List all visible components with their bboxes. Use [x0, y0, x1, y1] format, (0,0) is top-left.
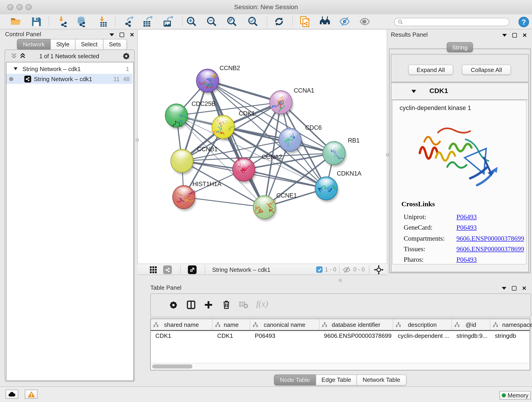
import-network-from-database-button[interactable]: [76, 16, 87, 27]
column-label: namespace: [502, 321, 532, 328]
home-network-button[interactable]: [319, 16, 330, 27]
crosslink-value[interactable]: P06493: [456, 256, 477, 264]
scrollbar-thumb[interactable]: [152, 364, 192, 369]
column-header[interactable]: namespace: [490, 319, 532, 330]
table-cell[interactable]: stringdb: [490, 331, 532, 341]
network-node-CDKN1A[interactable]: [315, 177, 337, 200]
delete-column-icon[interactable]: [222, 300, 231, 309]
column-header[interactable]: database identifier: [319, 319, 393, 330]
collapse-all-button[interactable]: Collapse All: [462, 65, 511, 75]
delete-table-icon[interactable]: [239, 301, 248, 308]
table-cell[interactable]: P06493: [250, 331, 319, 341]
panel-close-icon[interactable]: ✕: [130, 32, 134, 37]
column-header[interactable]: canonical name: [250, 319, 319, 330]
zoom-in-button[interactable]: [186, 16, 197, 27]
hide-unhide-button[interactable]: [339, 16, 350, 27]
panel-float-icon[interactable]: [120, 32, 124, 37]
tab-sets[interactable]: Sets: [103, 39, 127, 50]
zoom-selected-button[interactable]: [247, 16, 259, 27]
panel-close-icon[interactable]: ✕: [522, 286, 526, 291]
column-header[interactable]: @id: [452, 319, 490, 330]
network-node-CDC6[interactable]: [279, 128, 301, 152]
column-header[interactable]: name: [213, 319, 250, 330]
help-button[interactable]: ?: [518, 17, 528, 26]
network-collection-row[interactable]: String Network – cdk1 1: [6, 64, 133, 74]
network-node-CCNA2[interactable]: [233, 157, 255, 181]
warning-button[interactable]: [25, 390, 38, 399]
panel-close-icon[interactable]: ✕: [522, 33, 527, 38]
tab-node-table[interactable]: Node Table: [274, 375, 316, 385]
save-session-button[interactable]: [31, 16, 42, 27]
selected-nodes-checkbox[interactable]: [316, 266, 323, 273]
tab-style[interactable]: Style: [50, 39, 75, 50]
grid-view-icon[interactable]: [150, 266, 157, 273]
search-input[interactable]: [394, 18, 510, 26]
panel-float-icon[interactable]: [512, 33, 517, 38]
crosslink-value[interactable]: P06493: [456, 224, 477, 231]
network-collection-label: String Network – cdk1: [22, 65, 81, 72]
fit-selected-icon[interactable]: [374, 265, 384, 274]
table-cell[interactable]: stringdb:9...: [452, 331, 490, 341]
panel-menu-icon[interactable]: [502, 287, 506, 290]
table-row[interactable]: CDK1CDK1P064939606.ENSP00000378699cyclin…: [151, 331, 530, 341]
export-table-button[interactable]: [142, 16, 153, 27]
network-edge[interactable]: [208, 81, 264, 207]
network-canvas[interactable]: CCNB2CCNA1CDC25BCDK1CDC6RB1CCNB1CCNA2CDK…: [138, 30, 387, 264]
network-node-CDC25B[interactable]: [165, 104, 188, 128]
export-network-button[interactable]: [124, 16, 135, 27]
tree-expander-icon[interactable]: [14, 67, 17, 70]
table-cell[interactable]: CDK1: [213, 331, 250, 341]
add-column-icon[interactable]: [204, 300, 213, 309]
horizontal-scrollbar[interactable]: [151, 363, 529, 370]
tab-edge-table[interactable]: Edge Table: [316, 375, 357, 385]
zoom-out-button[interactable]: [206, 16, 217, 27]
network-node-CCNE1[interactable]: [253, 196, 276, 219]
birds-eye-view-icon[interactable]: [188, 265, 196, 274]
table-cell[interactable]: 9606.ENSP00000378699: [319, 331, 393, 341]
section-expander-icon[interactable]: [412, 90, 416, 93]
cloud-button[interactable]: [6, 390, 18, 399]
column-header[interactable]: shared name: [151, 319, 213, 330]
network-node-CCNA1[interactable]: [270, 90, 292, 114]
network-view-icon[interactable]: [163, 265, 172, 274]
clone-network-button[interactable]: [299, 16, 310, 27]
crosslink-label: Uniprot:: [404, 213, 426, 220]
network-node-HIST1H1A[interactable]: [172, 185, 195, 209]
import-table-button[interactable]: [97, 16, 108, 27]
protein-structure-image: [411, 114, 502, 194]
tab-network-table[interactable]: Network Table: [357, 375, 406, 385]
network-node-CCNB2[interactable]: [196, 69, 219, 92]
show-graphics-button[interactable]: [359, 16, 370, 27]
expand-all-button[interactable]: Expand All: [408, 65, 453, 75]
gene-section-header[interactable]: CDK1: [391, 83, 528, 100]
collection-count: 1: [126, 65, 129, 72]
table-cell[interactable]: cyclin-dependent ...: [393, 331, 452, 341]
panel-float-icon[interactable]: [512, 286, 516, 291]
import-network-button[interactable]: [58, 16, 69, 27]
gear-icon[interactable]: [169, 301, 178, 309]
splitter-handle[interactable]: [136, 138, 139, 142]
tab-select[interactable]: Select: [75, 39, 103, 50]
crosslink-value[interactable]: P06493: [456, 213, 477, 221]
network-node-CCNB1[interactable]: [171, 149, 193, 172]
show-columns-icon[interactable]: [186, 300, 196, 309]
node-label: CDC25B: [191, 100, 215, 107]
memory-button[interactable]: Memory: [500, 391, 531, 400]
table-cell[interactable]: CDK1: [151, 331, 213, 341]
network-row-selected[interactable]: String Network – cdk1 11 48: [6, 74, 133, 84]
splitter-handle[interactable]: [339, 279, 342, 282]
panel-menu-icon[interactable]: [109, 33, 114, 36]
tab-network[interactable]: Network: [17, 39, 51, 50]
node-label: CCNA1: [294, 87, 314, 94]
export-image-button[interactable]: [163, 16, 174, 27]
crosslink-value[interactable]: 9606.ENSP00000378699: [456, 245, 524, 253]
column-header[interactable]: description: [393, 319, 452, 330]
tab-string[interactable]: String: [447, 42, 473, 52]
zoom-fit-button[interactable]: [226, 16, 237, 27]
network-node-RB1[interactable]: [323, 141, 345, 165]
crosslink-value[interactable]: 9606.ENSP00000378699: [456, 235, 524, 242]
refresh-button[interactable]: [273, 16, 285, 27]
panel-menu-icon[interactable]: [502, 34, 507, 37]
gear-icon[interactable]: [122, 52, 130, 60]
open-file-button[interactable]: [10, 16, 21, 27]
